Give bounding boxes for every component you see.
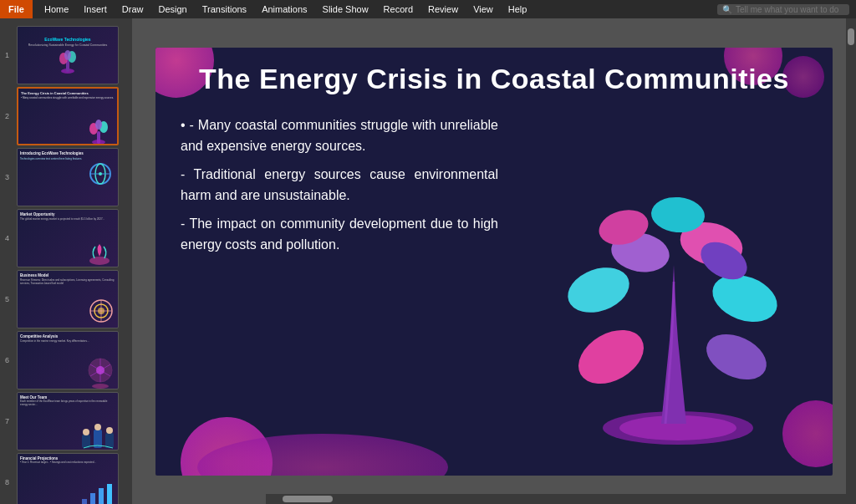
main-area: 1 EcoWave Technologies Revolutionizing S… — [0, 18, 856, 504]
menu-insert[interactable]: Insert — [77, 3, 114, 16]
slide-thumb-2[interactable]: 2 The Energy Crisis in Coastal Communiti… — [17, 87, 119, 145]
bullet1: • - Many coastal communities struggle wi… — [181, 115, 498, 157]
svg-point-37 — [562, 259, 636, 320]
svg-point-22 — [92, 384, 109, 389]
slide-thumb-4[interactable]: 4 Market Opportunity The global marine e… — [17, 209, 119, 267]
menu-draw[interactable]: Draw — [115, 3, 150, 16]
menu-design[interactable]: Design — [151, 3, 193, 16]
bullet3: - The impact on community development du… — [181, 213, 498, 256]
slide-thumb-7[interactable]: 7 Meet Our Team Each member of the EcoWa… — [17, 392, 119, 451]
menu-animations[interactable]: Animations — [255, 3, 313, 16]
slide-text-block: • - Many coastal communities struggle wi… — [181, 115, 498, 257]
file-menu[interactable]: File — [0, 0, 33, 18]
vertical-scrollbar[interactable] — [846, 18, 856, 504]
menu-home[interactable]: Home — [38, 3, 75, 16]
thumb7-text: Each member of the EcoWave team brings y… — [20, 400, 115, 407]
svg-rect-32 — [99, 488, 104, 504]
thumb4-title: Market Opportunity — [20, 212, 115, 216]
svg-point-4 — [64, 50, 71, 60]
tree-illustration — [532, 98, 816, 449]
thumb6-title: Competitive Analysis — [20, 334, 115, 339]
main-slide: The Energy Crisis in Coastal Communities… — [155, 48, 833, 476]
scrollbar-thumb-h[interactable] — [283, 496, 333, 502]
svg-point-28 — [106, 427, 113, 434]
thumb4-text: The global marine energy market is proje… — [20, 218, 115, 221]
menu-slideshow[interactable]: Slide Show — [316, 3, 375, 16]
thumb1-title: EcoWave Technologies — [44, 37, 90, 42]
thumb1-sub: Revolutionizing Sustainable Energy for C… — [28, 43, 107, 47]
menu-bar: File Home Insert Draw Design Transitions… — [0, 0, 856, 18]
thumb5-text: Revenue Streams: Direct sales and subscr… — [20, 279, 115, 286]
svg-point-26 — [83, 429, 89, 435]
slide-thumb-8[interactable]: 8 Financial Projections • Year 1: Revenu… — [17, 453, 119, 504]
svg-rect-25 — [105, 433, 114, 448]
svg-point-40 — [706, 266, 784, 329]
thumb2-title: The Energy Crisis in Coastal Communities — [21, 91, 115, 95]
slide-thumb-5[interactable]: 5 Business Model Revenue Streams: Direct… — [17, 270, 119, 328]
svg-point-27 — [94, 424, 101, 430]
search-input[interactable] — [736, 5, 844, 14]
thumb5-title: Business Model — [20, 273, 115, 277]
thumb2-text: • Many coastal communities struggle with… — [21, 97, 115, 100]
slide-panel: 1 EcoWave Technologies Revolutionizing S… — [0, 18, 132, 504]
slide-thumb-6[interactable]: 6 Competitive Analysis Competition in th… — [17, 331, 119, 389]
bullet2: - Traditional energy sources cause envir… — [181, 164, 498, 206]
menu-transitions[interactable]: Transitions — [196, 3, 253, 16]
svg-point-36 — [569, 318, 654, 394]
scrollbar-thumb-v[interactable] — [848, 28, 854, 45]
svg-point-8 — [95, 120, 102, 130]
thumb6-text: Competition in the marine energy market.… — [20, 340, 115, 344]
svg-rect-33 — [107, 484, 112, 504]
menu-record[interactable]: Record — [377, 3, 420, 16]
svg-point-13 — [99, 172, 102, 176]
horizontal-scrollbar[interactable] — [266, 494, 846, 504]
thumb8-text: • Year 1: Revenue target... • Savings an… — [20, 461, 115, 465]
slide-thumb-3[interactable]: 3 Introducing EcoWave Technologies Techn… — [17, 148, 119, 206]
svg-point-41 — [699, 325, 773, 389]
svg-rect-30 — [82, 499, 87, 504]
thumb3-title: Introducing EcoWave Technologies — [20, 151, 115, 155]
search-box[interactable]: 🔍 — [717, 4, 849, 15]
menu-review[interactable]: Review — [421, 3, 465, 16]
svg-point-9 — [92, 140, 105, 144]
menu-help[interactable]: Help — [502, 3, 534, 16]
menu-view[interactable]: View — [466, 3, 500, 16]
menu-items: Home Insert Draw Design Transitions Anim… — [33, 3, 538, 16]
canvas-area: The Energy Crisis in Coastal Communities… — [132, 18, 856, 504]
slide-thumb-1[interactable]: 1 EcoWave Technologies Revolutionizing S… — [17, 26, 119, 84]
slide-title: The Energy Crisis in Coastal Communities — [189, 63, 799, 95]
svg-rect-31 — [90, 493, 95, 504]
svg-point-14 — [89, 257, 110, 265]
svg-point-21 — [96, 366, 104, 374]
